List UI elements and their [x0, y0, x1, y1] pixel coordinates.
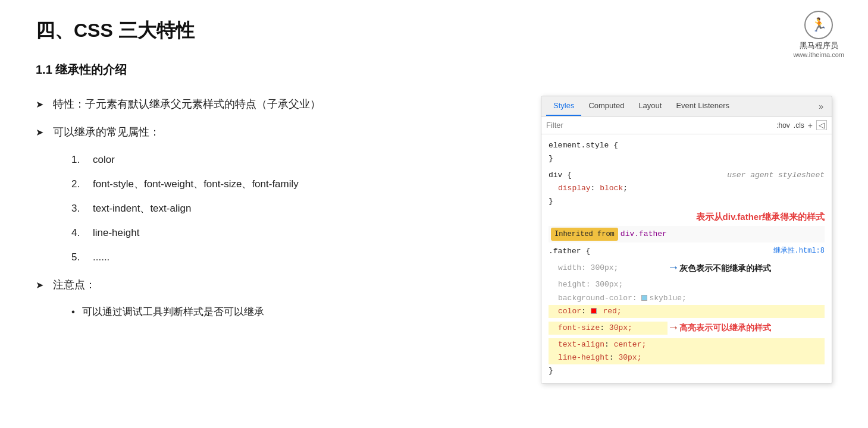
fontsize-prop-name: font-size — [558, 323, 600, 332]
father-file-ref: 继承性.html:8 — [773, 245, 825, 258]
div-close: } — [549, 195, 825, 208]
inherited-from-badge: Inherited from — [551, 228, 618, 241]
color-prop-name: color — [558, 307, 581, 316]
display-prop-value: block — [600, 184, 623, 193]
item-num-4: 4. — [71, 225, 83, 241]
list-item: 1. color — [71, 152, 517, 168]
logo: 🏃 黑马程序员 www.itheima.com — [793, 11, 844, 58]
devtools-tabs: Styles Computed Layout Event Listeners » — [541, 96, 832, 117]
item-text-2: font-style、font-weight、font-size、font-fa… — [93, 176, 299, 192]
tab-styles[interactable]: Styles — [546, 96, 581, 116]
element-style-selector: element.style { — [549, 139, 825, 152]
inherited-from-line: Inherited from div.father — [549, 226, 825, 243]
devtools-more-icon[interactable]: » — [815, 97, 827, 116]
logo-icon: 🏃 — [804, 11, 833, 39]
color-prop: color: red; — [549, 305, 825, 318]
annotation-2-text: 灰色表示不能继承的样式 — [679, 262, 771, 276]
textalign-prop-value: center; — [614, 340, 647, 349]
list-item: 4. line-height — [71, 225, 517, 241]
item-num-5: 5. — [71, 249, 83, 265]
page-title: 四、CSS 三大特性 — [36, 18, 832, 44]
father-rule-close: } — [549, 364, 825, 377]
note-bullet-list: ➤ 注意点： — [36, 276, 517, 294]
devtools-filter-bar: :hov .cls + ◁ — [541, 117, 832, 134]
element-style-block: element.style { } — [549, 139, 825, 165]
note-label: 注意点： — [53, 276, 96, 294]
section-title: 1.1 继承性的介绍 — [36, 62, 832, 78]
div-rule-header: div { user agent stylesheet — [549, 169, 825, 182]
display-prop-name: display — [558, 184, 591, 193]
width-colon: : 300px; — [581, 263, 618, 272]
content-layout: ➤ 特性：子元素有默认继承父元素样式的特点（子承父业） ➤ 可以继承的常见属性：… — [36, 96, 832, 384]
father-selector: .father { — [549, 245, 590, 258]
item-text-1: color — [93, 152, 115, 168]
bullet-arrow-2: ➤ — [36, 125, 43, 140]
filter-toggle-icon[interactable]: ◁ — [816, 120, 827, 130]
bullet-arrow-1: ➤ — [36, 97, 43, 112]
annotation-1-line: 表示从div.father继承得来的样式 — [549, 209, 825, 225]
list-item: 3. text-indent、text-align — [71, 200, 517, 216]
bg-color-swatch-wrapper: skyblue; — [641, 294, 686, 303]
div-rule-block: div { user agent stylesheet display: blo… — [549, 169, 825, 208]
color-swatch — [591, 308, 597, 314]
devtools-panel: Styles Computed Layout Event Listeners »… — [541, 96, 832, 384]
div-comment: user agent stylesheet — [727, 169, 825, 182]
list-item: 5. ...... — [71, 249, 517, 265]
height-prop-name: height — [558, 280, 586, 289]
list-item: • 可以通过调试工具判断样式是否可以继承 — [71, 304, 517, 320]
filter-cls-button[interactable]: .cls — [794, 121, 804, 130]
devtools-panel-wrapper: Styles Computed Layout Event Listeners »… — [541, 96, 832, 384]
textalign-prop: text-align: center; — [549, 338, 825, 351]
bullet-text-2: 可以继承的常见属性： — [53, 124, 160, 141]
bullet-text-1: 特性：子元素有默认继承父元素样式的特点（子承父业） — [53, 96, 321, 113]
annotation-1-text: 表示从div.father继承得来的样式 — [696, 209, 825, 225]
bullet-item-1: ➤ 特性：子元素有默认继承父元素样式的特点（子承父业） — [36, 96, 517, 113]
bg-color-prop: background-color: skyblue; — [549, 292, 825, 305]
filter-add-button[interactable]: + — [808, 121, 813, 130]
note-bullet-item: ➤ 注意点： — [36, 276, 517, 294]
blue-arrow-icon: → — [670, 258, 677, 278]
father-rule-block: .father { 继承性.html:8 width: 300px; → 灰色表… — [549, 245, 825, 377]
tab-event-listeners[interactable]: Event Listeners — [669, 96, 737, 116]
left-content: ➤ 特性：子元素有默认继承父元素样式的特点（子承父业） ➤ 可以继承的常见属性：… — [36, 96, 517, 320]
note-list: • 可以通过调试工具判断样式是否可以继承 — [71, 304, 517, 320]
bg-color-swatch — [641, 295, 647, 301]
filter-hov-button[interactable]: :hov — [776, 121, 790, 130]
bullet-list: ➤ 特性：子元素有默认继承父元素样式的特点（子承父业） ➤ 可以继承的常见属性： — [36, 96, 517, 141]
inherited-selector: div.father — [621, 228, 667, 241]
properties-list: 1. color 2. font-style、font-weight、font-… — [71, 152, 517, 266]
item-num-1: 1. — [71, 152, 83, 168]
bg-color-prop-name: background-color: — [558, 294, 637, 303]
logo-website: www.itheima.com — [793, 51, 844, 58]
father-rule-header: .father { 继承性.html:8 — [549, 245, 825, 258]
note-text-1: 可以通过调试工具判断样式是否可以继承 — [82, 304, 264, 320]
tab-layout[interactable]: Layout — [631, 96, 669, 116]
bullet-item-2: ➤ 可以继承的常见属性： — [36, 124, 517, 141]
element-style-close: } — [549, 152, 825, 165]
lineheight-prop: line-height: 30px; — [549, 351, 825, 364]
item-text-4: line-height — [93, 225, 139, 241]
div-selector: div { — [549, 169, 572, 182]
lineheight-prop-name: line-height — [558, 353, 609, 362]
devtools-body: element.style { } div { user agent style… — [541, 134, 832, 383]
width-row: width: 300px; → 灰色表示不能继承的样式 — [549, 258, 825, 278]
note-bullet-arrow: ➤ — [36, 278, 43, 293]
tab-computed[interactable]: Computed — [581, 96, 631, 116]
note-dot: • — [71, 304, 75, 320]
filter-input[interactable] — [546, 121, 772, 130]
filter-controls: :hov .cls + ◁ — [776, 120, 827, 130]
height-prop: height: 300px; — [549, 278, 825, 291]
item-text-3: text-indent、text-align — [93, 200, 191, 216]
color-prop-value: red; — [591, 307, 622, 316]
fontsize-prop: font-size: 30px; — [549, 322, 668, 335]
item-num-3: 3. — [71, 200, 83, 216]
lineheight-prop-value: 30px; — [618, 353, 641, 362]
list-item: 2. font-style、font-weight、font-size、font… — [71, 176, 517, 192]
textalign-prop-name: text-align — [558, 340, 604, 349]
fontsize-row: font-size: 30px; → 高亮表示可以继承的样式 — [549, 318, 825, 338]
width-prop-name: width — [558, 263, 581, 272]
red-arrow-icon: → — [670, 318, 677, 338]
width-prop: width: 300px; — [549, 262, 668, 275]
annotation-3-text: 高亮表示可以继承的样式 — [679, 321, 771, 335]
logo-name: 黑马程序员 — [800, 40, 838, 51]
